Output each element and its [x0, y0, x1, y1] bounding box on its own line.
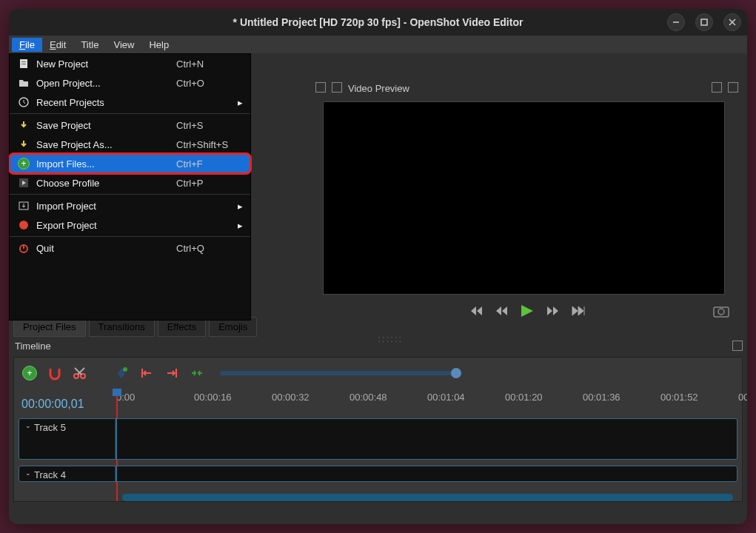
- menubar: FileEditTitleViewHelp: [9, 36, 747, 53]
- zoom-slider[interactable]: [220, 371, 457, 375]
- file-menu-export-project[interactable]: Export Project▸: [10, 215, 250, 235]
- file-menu-quit[interactable]: QuitCtrl+Q: [10, 238, 250, 258]
- submenu-arrow-icon: ▸: [238, 201, 243, 212]
- ruler-tick: 00:01:20: [505, 392, 543, 403]
- add-track-button[interactable]: +: [21, 365, 38, 381]
- razor-button[interactable]: [72, 365, 88, 381]
- menu-item-label: Import Project: [36, 201, 233, 212]
- track-body[interactable]: [116, 466, 737, 481]
- panel-grip[interactable]: ::::::: [378, 333, 404, 344]
- track-name: Track 5: [34, 422, 66, 433]
- ruler-tick: 00:01:36: [583, 392, 620, 403]
- center-playhead-button[interactable]: [189, 365, 205, 381]
- snapshot-button[interactable]: [713, 304, 729, 320]
- file-menu-open-project[interactable]: Open Project...Ctrl+O: [10, 73, 250, 93]
- snap-button[interactable]: [47, 365, 63, 381]
- menu-edit[interactable]: Edit: [42, 38, 73, 52]
- doc-icon: [17, 57, 30, 70]
- shortcut-label: Ctrl+P: [176, 178, 243, 189]
- menu-help[interactable]: Help: [141, 38, 176, 52]
- jump-end-button[interactable]: [571, 305, 586, 317]
- menu-view[interactable]: View: [106, 38, 141, 52]
- timeline-scrollbar[interactable]: [122, 494, 733, 501]
- menu-item-label: Open Project...: [36, 78, 176, 89]
- shortcut-label: Ctrl+S: [176, 120, 243, 131]
- chevron-down-icon: ⌄: [25, 469, 31, 477]
- next-marker-button[interactable]: [164, 365, 180, 381]
- file-menu-recent-projects[interactable]: Recent Projects▸: [10, 93, 250, 112]
- svg-rect-15: [21, 64, 26, 64]
- playback-controls: [311, 301, 743, 321]
- track-header[interactable]: ⌄Track 4: [19, 466, 116, 481]
- menu-item-label: New Project: [36, 58, 176, 70]
- clock-icon: [17, 95, 30, 109]
- track-body[interactable]: [116, 419, 737, 459]
- window-title: * Untitled Project [HD 720p 30 fps] - Op…: [233, 16, 523, 28]
- timeline-body: 00:00:00,01 0:0000:00:1600:00:3200:00:48…: [14, 389, 742, 501]
- track-header[interactable]: ⌄Track 5: [19, 419, 116, 459]
- close-panel-icon-r[interactable]: [728, 82, 738, 95]
- chevron-down-icon: ⌄: [25, 422, 31, 429]
- menu-item-label: Quit: [36, 243, 176, 254]
- undock-icon[interactable]: [315, 82, 326, 95]
- track-row[interactable]: ⌄Track 4: [19, 466, 737, 482]
- plus-g-icon: +: [17, 157, 30, 170]
- marker-button[interactable]: [113, 365, 130, 381]
- import-icon: [17, 199, 30, 212]
- menu-title[interactable]: Title: [73, 38, 106, 52]
- track-row[interactable]: ⌄Track 5: [19, 418, 737, 460]
- zoom-thumb[interactable]: [451, 368, 461, 378]
- play-sq-icon: [17, 176, 30, 190]
- detach-timeline-icon[interactable]: [732, 341, 743, 353]
- down-y-icon: [17, 118, 30, 132]
- file-menu-import-files[interactable]: +Import Files...Ctrl+F: [10, 154, 250, 173]
- preview-header: Video Preview: [311, 79, 743, 97]
- menu-item-label: Export Project: [36, 220, 233, 231]
- maximize-button[interactable]: [695, 13, 713, 31]
- fast-forward-button[interactable]: [546, 305, 561, 317]
- svg-point-10: [123, 367, 127, 372]
- close-button[interactable]: [723, 13, 741, 31]
- menu-item-label: Choose Profile: [36, 178, 176, 189]
- shortcut-label: Ctrl+N: [176, 58, 243, 70]
- jump-start-button[interactable]: [469, 305, 484, 317]
- file-menu-save-project-as[interactable]: Save Project As...Ctrl+Shift+S: [10, 135, 250, 154]
- shortcut-label: Ctrl+F: [176, 158, 243, 170]
- file-menu-choose-profile[interactable]: Choose ProfileCtrl+P: [10, 173, 250, 192]
- submenu-arrow-icon: ▸: [238, 220, 243, 231]
- window-controls: [667, 13, 741, 31]
- power-icon: [17, 241, 30, 255]
- file-menu-save-project[interactable]: Save ProjectCtrl+S: [10, 115, 250, 135]
- svg-rect-1: [701, 19, 707, 25]
- menu-item-label: Save Project As...: [36, 139, 176, 150]
- svg-point-19: [19, 221, 28, 229]
- ruler-tick: 00:00:48: [349, 392, 387, 403]
- titlebar: * Untitled Project [HD 720p 30 fps] - Op…: [9, 9, 747, 36]
- shortcut-label: Ctrl+Q: [176, 243, 243, 254]
- submenu-arrow-icon: ▸: [238, 97, 243, 108]
- time-ruler[interactable]: 0:0000:00:1600:00:3200:00:4800:01:0400:0…: [116, 389, 737, 418]
- shortcut-label: Ctrl+O: [176, 78, 243, 89]
- timecode[interactable]: 00:00:00,01: [21, 398, 84, 411]
- preview-title: Video Preview: [348, 83, 409, 94]
- rewind-button[interactable]: [494, 305, 509, 317]
- video-preview-area[interactable]: [323, 101, 725, 295]
- play-button[interactable]: [519, 304, 535, 318]
- menu-item-label: Save Project: [36, 120, 176, 131]
- ruler-tick: 00:01:04: [427, 392, 465, 403]
- ruler-tick: 00:00:16: [194, 392, 232, 403]
- file-menu-new-project[interactable]: New ProjectCtrl+N: [10, 54, 250, 73]
- prev-marker-button[interactable]: [138, 365, 155, 381]
- ruler-tick: 00: [738, 392, 747, 403]
- undock-icon-r[interactable]: [712, 82, 722, 95]
- ruler-tick: 00:01:52: [660, 392, 698, 403]
- file-menu-import-project[interactable]: Import Project▸: [10, 196, 250, 215]
- timeline-toolbar: +: [14, 358, 742, 389]
- menu-file[interactable]: File: [12, 38, 42, 52]
- video-preview-panel: Video Preview: [311, 79, 743, 330]
- menu-item-label: Import Files...: [36, 158, 176, 170]
- ruler-tick: 00:00:32: [272, 392, 310, 403]
- close-panel-icon[interactable]: [332, 82, 342, 95]
- minimize-button[interactable]: [667, 13, 685, 31]
- menu-item-label: Recent Projects: [36, 97, 233, 108]
